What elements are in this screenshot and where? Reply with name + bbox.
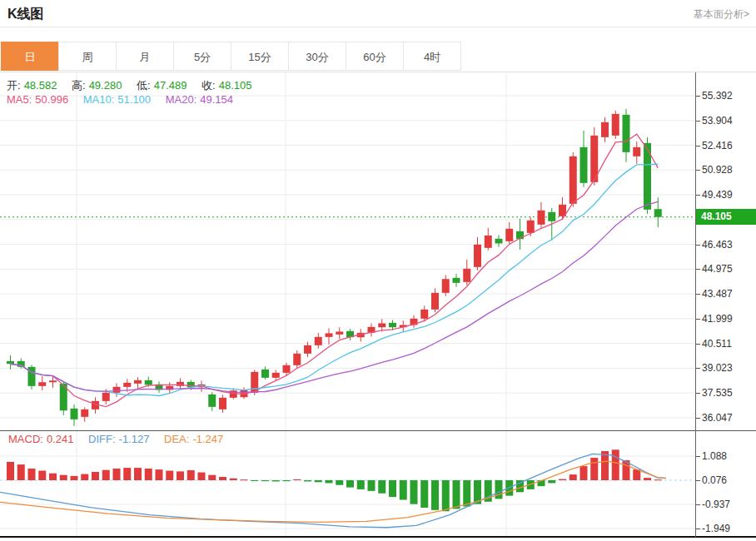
candle[interactable]: [113, 387, 121, 393]
macd-bar[interactable]: [463, 480, 470, 507]
macd-bar[interactable]: [166, 471, 173, 480]
candle[interactable]: [538, 211, 545, 225]
period-tab-6[interactable]: 60分: [346, 42, 404, 71]
candle[interactable]: [208, 395, 216, 407]
candle[interactable]: [431, 293, 439, 310]
fundamental-analysis-link[interactable]: 基本面分析>: [694, 7, 749, 22]
period-tab-1[interactable]: 周: [58, 42, 117, 71]
period-tab-3[interactable]: 5分: [173, 42, 231, 71]
macd-bar[interactable]: [559, 479, 566, 480]
period-tab-4[interactable]: 15分: [231, 42, 289, 71]
macd-bar[interactable]: [315, 480, 322, 482]
macd-bar[interactable]: [81, 474, 88, 480]
candle[interactable]: [633, 147, 640, 156]
macd-bar[interactable]: [123, 468, 131, 480]
candle[interactable]: [326, 333, 333, 336]
macd-bar[interactable]: [580, 466, 588, 480]
candlestick-chart[interactable]: [0, 72, 696, 430]
candle[interactable]: [505, 229, 513, 241]
macd-bar[interactable]: [368, 480, 376, 491]
macd-bar[interactable]: [389, 480, 396, 497]
macd-bar[interactable]: [410, 480, 418, 504]
candle[interactable]: [261, 370, 269, 378]
macd-bar[interactable]: [304, 480, 311, 481]
macd-bar[interactable]: [60, 475, 67, 480]
macd-bar[interactable]: [187, 470, 195, 480]
macd-bar[interactable]: [442, 480, 450, 511]
period-tab-7[interactable]: 4时: [403, 42, 461, 71]
candle[interactable]: [485, 236, 492, 248]
macd-bar[interactable]: [17, 464, 25, 480]
candle[interactable]: [28, 367, 36, 386]
candle[interactable]: [612, 114, 619, 136]
macd-bar[interactable]: [326, 480, 333, 483]
candle[interactable]: [71, 409, 78, 419]
candle[interactable]: [378, 323, 385, 327]
macd-bar[interactable]: [590, 458, 598, 480]
candle[interactable]: [601, 122, 609, 137]
macd-bar[interactable]: [49, 474, 57, 480]
candle[interactable]: [102, 393, 110, 401]
macd-bar[interactable]: [283, 480, 291, 481]
candle[interactable]: [389, 323, 396, 327]
candle[interactable]: [569, 156, 577, 204]
macd-bar[interactable]: [431, 480, 439, 510]
macd-bar[interactable]: [420, 480, 428, 508]
macd-bar[interactable]: [601, 451, 609, 480]
candle[interactable]: [283, 365, 291, 373]
candle[interactable]: [495, 239, 503, 244]
macd-bar[interactable]: [400, 480, 407, 500]
macd-bar[interactable]: [113, 469, 121, 480]
candle[interactable]: [315, 337, 322, 345]
candle[interactable]: [123, 383, 131, 387]
macd-bar[interactable]: [145, 469, 152, 480]
macd-bar[interactable]: [71, 476, 78, 480]
macd-bar[interactable]: [28, 469, 36, 480]
candle[interactable]: [548, 212, 555, 221]
macd-bar[interactable]: [272, 480, 280, 481]
macd-bar[interactable]: [38, 471, 46, 480]
macd-bar[interactable]: [293, 479, 301, 480]
candle[interactable]: [7, 361, 14, 364]
candle[interactable]: [304, 345, 311, 354]
candle[interactable]: [272, 373, 280, 378]
candle[interactable]: [293, 354, 301, 365]
period-tab-5[interactable]: 30分: [288, 42, 346, 71]
macd-bar[interactable]: [92, 472, 99, 480]
candle[interactable]: [38, 382, 46, 386]
macd-bar[interactable]: [177, 471, 184, 480]
period-tab-0[interactable]: 日: [1, 42, 59, 71]
candle[interactable]: [463, 269, 470, 282]
candle[interactable]: [81, 409, 88, 417]
macd-bar[interactable]: [156, 469, 163, 480]
macd-bar[interactable]: [7, 462, 14, 480]
macd-bar[interactable]: [230, 479, 237, 480]
macd-bar[interactable]: [208, 475, 216, 480]
macd-chart[interactable]: [0, 430, 696, 537]
macd-bar[interactable]: [219, 477, 226, 480]
candle[interactable]: [453, 278, 460, 283]
candle[interactable]: [49, 380, 57, 382]
macd-bar[interactable]: [241, 479, 248, 480]
candle[interactable]: [527, 221, 535, 233]
candle[interactable]: [219, 398, 226, 409]
candle[interactable]: [134, 380, 142, 384]
macd-bar[interactable]: [336, 480, 343, 485]
macd-bar[interactable]: [612, 449, 619, 480]
macd-bar[interactable]: [134, 468, 142, 480]
candle[interactable]: [474, 245, 481, 267]
macd-bar[interactable]: [654, 479, 662, 480]
macd-bar[interactable]: [198, 473, 206, 480]
candle[interactable]: [420, 310, 428, 319]
macd-bar[interactable]: [346, 480, 354, 488]
macd-bar[interactable]: [644, 478, 651, 480]
macd-bar[interactable]: [102, 470, 110, 480]
macd-bar[interactable]: [633, 469, 640, 480]
candle[interactable]: [442, 279, 450, 293]
macd-bar[interactable]: [357, 480, 365, 489]
macd-bar[interactable]: [261, 480, 269, 481]
candle[interactable]: [623, 115, 630, 152]
candle[interactable]: [336, 331, 343, 334]
macd-bar[interactable]: [378, 480, 385, 494]
candle[interactable]: [580, 147, 588, 183]
